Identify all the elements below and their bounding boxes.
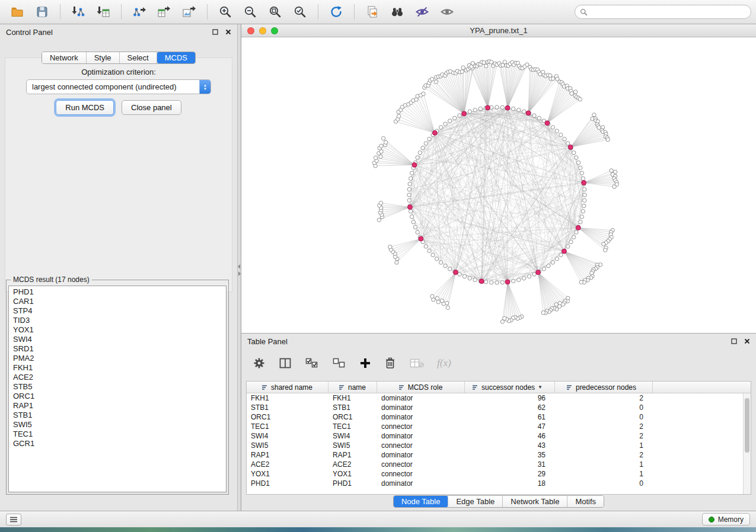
zoom-selected-button[interactable] <box>291 2 310 21</box>
mcds-result-item[interactable]: PMA2 <box>13 354 226 363</box>
save-session-button[interactable] <box>33 2 52 21</box>
delete-table-button-disabled <box>409 357 425 370</box>
close-mcds-panel-button[interactable]: Close panel <box>122 100 181 115</box>
run-mcds-button[interactable]: Run MCDS <box>56 100 114 115</box>
tab-select[interactable]: Select <box>120 52 157 63</box>
zoom-in-button[interactable] <box>216 2 235 21</box>
table-cell: RAP1 <box>328 450 377 460</box>
clone-network-button[interactable] <box>363 2 382 21</box>
criterion-dropdown[interactable]: largest connected component (undirected)… <box>26 79 211 94</box>
table-row[interactable]: ACE2ACE2connector311 <box>247 460 751 469</box>
table-row[interactable]: SWI5SWI5connector431 <box>247 441 751 450</box>
search-input[interactable] <box>575 5 751 19</box>
table-cell: 0 <box>555 412 653 422</box>
mcds-result-item[interactable]: RAP1 <box>13 401 226 411</box>
mcds-result-item[interactable]: SWI4 <box>13 335 226 344</box>
hide-details-button[interactable] <box>413 2 432 21</box>
table-row[interactable]: ORC1ORC1dominator610 <box>247 412 751 422</box>
table-cell: connector <box>377 422 465 431</box>
search-field[interactable] <box>591 7 746 17</box>
panel-splitter[interactable] <box>237 24 241 511</box>
export-table-icon <box>157 5 171 19</box>
mcds-result-item[interactable]: STB5 <box>13 382 226 392</box>
mcds-result-item[interactable]: PHD1 <box>13 287 226 297</box>
table-cell: 1 <box>555 469 653 479</box>
create-column-button[interactable] <box>359 357 372 370</box>
import-table-button[interactable] <box>94 2 113 21</box>
table-cell: 35 <box>465 450 555 460</box>
table-row[interactable]: RAP1RAP1dominator352 <box>247 450 751 460</box>
tab-mcds[interactable]: MCDS <box>157 52 195 63</box>
table-row[interactable]: PHD1PHD1dominator180 <box>247 479 751 488</box>
table-row[interactable]: TEC1TEC1connector472 <box>247 422 751 431</box>
table-row[interactable]: STB1STB1dominator620 <box>247 403 751 412</box>
select-all-rows-button[interactable] <box>304 357 320 370</box>
column-header-predecessor-nodes[interactable]: predecessor nodes <box>555 382 653 393</box>
panel-menu-button[interactable] <box>6 514 21 525</box>
close-panel-button[interactable] <box>225 29 231 35</box>
toolbar-separator <box>318 4 318 20</box>
scrollbar-thumb[interactable] <box>745 398 749 453</box>
table-cell: 47 <box>465 422 555 431</box>
splitter-collapse-icons[interactable] <box>238 264 241 276</box>
open-session-button[interactable] <box>8 2 27 21</box>
mcds-result-item[interactable]: YOX1 <box>13 325 226 335</box>
column-header-name[interactable]: name <box>328 382 377 393</box>
mcds-result-group: MCDS result (17 nodes) PHD1CAR1STP4TID3Y… <box>6 275 229 495</box>
table-vertical-scrollbar[interactable] <box>743 393 751 494</box>
close-table-panel-button[interactable] <box>744 338 750 344</box>
delete-column-button[interactable] <box>384 356 397 370</box>
table-row[interactable]: SWI4SWI4dominator462 <box>247 431 751 441</box>
tab-edge-table[interactable]: Edge Table <box>448 496 503 507</box>
mcds-result-item[interactable]: FKH1 <box>13 363 226 373</box>
mcds-result-item[interactable]: SRD1 <box>13 344 226 354</box>
export-table-button[interactable] <box>155 2 174 21</box>
zoom-fit-button[interactable] <box>266 2 285 21</box>
mcds-result-item[interactable]: TID3 <box>13 316 226 325</box>
zoom-out-button[interactable] <box>241 2 260 21</box>
close-icon <box>225 29 231 35</box>
mcds-result-item[interactable]: ACE2 <box>13 373 226 382</box>
close-icon <box>744 338 750 344</box>
tab-style[interactable]: Style <box>87 52 120 63</box>
network-window-titlebar[interactable]: YPA_prune.txt_1 <box>241 24 756 37</box>
mcds-result-item[interactable]: GCR1 <box>13 439 226 448</box>
memory-button[interactable]: Memory <box>702 513 750 525</box>
refresh-button[interactable] <box>327 2 346 21</box>
column-header-successor-nodes[interactable]: successor nodes ▼ <box>465 382 555 393</box>
expand-right-icon[interactable] <box>238 271 241 276</box>
column-header-mcds-role[interactable]: MCDS role <box>377 382 465 393</box>
mcds-result-item[interactable]: STB1 <box>13 411 226 420</box>
search-icon <box>580 8 588 16</box>
search-network-button[interactable] <box>388 2 407 21</box>
import-network-button[interactable] <box>69 2 88 21</box>
mcds-result-item[interactable]: ORC1 <box>13 392 226 401</box>
optimization-criterion-label: Optimization criterion: <box>0 68 237 76</box>
float-table-panel-button[interactable] <box>731 338 737 344</box>
tab-motifs[interactable]: Motifs <box>567 496 604 507</box>
float-panel-button[interactable] <box>212 29 218 35</box>
deselect-all-rows-button[interactable] <box>331 357 347 370</box>
tab-node-table[interactable]: Node Table <box>394 496 449 507</box>
show-details-button[interactable] <box>438 2 457 21</box>
mcds-result-item[interactable]: STP4 <box>13 306 226 316</box>
table-settings-button[interactable] <box>252 356 266 370</box>
mcds-result-item[interactable]: CAR1 <box>13 297 226 306</box>
column-header-shared-name[interactable]: shared name <box>247 382 328 393</box>
column-layout-button[interactable] <box>278 357 292 370</box>
tab-network[interactable]: Network <box>42 52 87 63</box>
mcds-result-item[interactable]: SWI5 <box>13 420 226 430</box>
export-image-button[interactable] <box>180 2 199 21</box>
table-row[interactable]: FKH1FKH1dominator962 <box>247 393 751 403</box>
tab-network-table[interactable]: Network Table <box>503 496 567 507</box>
gear-icon <box>253 357 265 369</box>
mcds-result-item[interactable]: TEC1 <box>13 430 226 439</box>
table-cell: 18 <box>465 479 555 488</box>
mcds-result-list[interactable]: PHD1CAR1STP4TID3YOX1SWI4SRD1PMA2FKH1ACE2… <box>8 286 227 492</box>
network-canvas[interactable] <box>241 37 756 332</box>
network-window-title: YPA_prune.txt_1 <box>241 26 756 35</box>
table-row[interactable]: YOX1YOX1connector291 <box>247 469 751 479</box>
collapse-left-icon[interactable] <box>238 264 240 269</box>
export-network-button[interactable] <box>130 2 149 21</box>
sort-icon <box>262 384 268 390</box>
